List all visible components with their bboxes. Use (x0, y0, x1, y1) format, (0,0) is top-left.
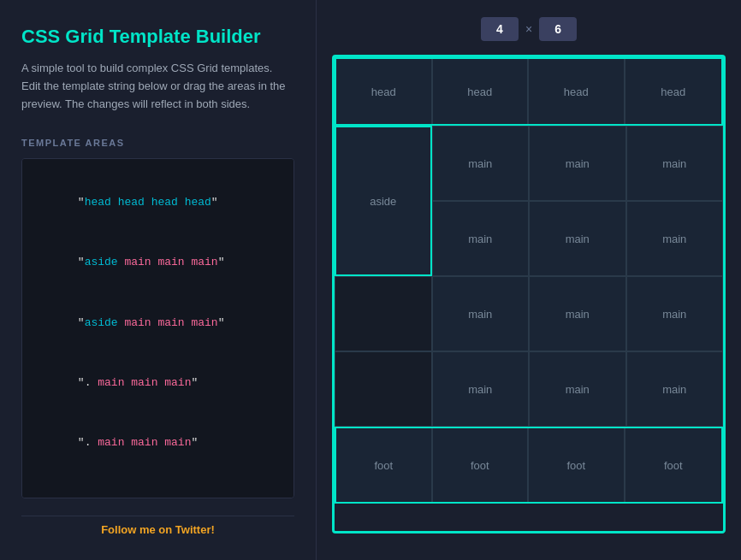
columns-input[interactable]: 4 (481, 17, 519, 41)
code-line-4: ". main main main" (38, 352, 278, 412)
head-cell-2[interactable]: head (433, 59, 530, 124)
grid-controls: 4 × 6 (481, 17, 577, 41)
code-line-3: "aside main main main" (38, 292, 278, 352)
head-cell-4[interactable]: head (625, 59, 722, 124)
foot-cell-2[interactable]: foot (433, 428, 530, 502)
code-line-1: "head head head head" (38, 173, 278, 233)
separator: × (525, 22, 532, 36)
main-cell-r3c3[interactable]: main (529, 201, 626, 276)
dot-cell-r5 (335, 351, 432, 427)
app-title: CSS Grid Template Builder (21, 26, 294, 48)
head-cell-1[interactable]: head (336, 59, 433, 124)
main-cell-r2c3[interactable]: main (529, 126, 626, 201)
grid-preview: head head head head aside main main main… (332, 55, 726, 533)
foot-cell-3[interactable]: foot (529, 428, 625, 502)
template-code-editor[interactable]: "head head head head" "aside main main m… (21, 158, 294, 498)
main-cell-r3c2[interactable]: main (432, 201, 530, 276)
code-line-5: ". main main main" (38, 412, 278, 472)
twitter-link[interactable]: Follow me on Twitter! (21, 516, 294, 543)
left-panel: CSS Grid Template Builder A simple tool … (0, 0, 317, 560)
main-cell-r5c4[interactable]: main (626, 351, 724, 427)
main-cell-r4c4[interactable]: main (626, 276, 724, 351)
main-cell-r2c4[interactable]: main (626, 126, 724, 201)
main-cell-r4c2[interactable]: main (432, 276, 530, 351)
template-areas-label: TEMPLATE AREAS (21, 138, 294, 148)
foot-cell-1[interactable]: foot (336, 428, 433, 502)
main-cell-r3c4[interactable]: main (626, 201, 724, 276)
foot-cell-4[interactable]: foot (625, 428, 722, 502)
main-cell-r5c2[interactable]: main (432, 351, 530, 427)
head-cell-3[interactable]: head (529, 59, 625, 124)
dot-cell-r4 (335, 276, 432, 351)
aside-cell[interactable]: aside (335, 126, 432, 276)
main-cell-r5c3[interactable]: main (529, 351, 626, 427)
code-line-6: "foot foot foot foot" (38, 473, 278, 498)
main-cell-r2c2[interactable]: main (432, 126, 530, 201)
code-line-2: "aside main main main" (38, 233, 278, 292)
right-panel: 4 × 6 head head head head aside main mai… (317, 0, 741, 560)
head-row: head head head head (335, 57, 723, 126)
foot-row: foot foot foot foot (335, 427, 723, 504)
app-description: A simple tool to build complex CSS Grid … (21, 60, 294, 113)
rows-input[interactable]: 6 (539, 17, 577, 41)
main-cell-r4c3[interactable]: main (529, 276, 626, 351)
